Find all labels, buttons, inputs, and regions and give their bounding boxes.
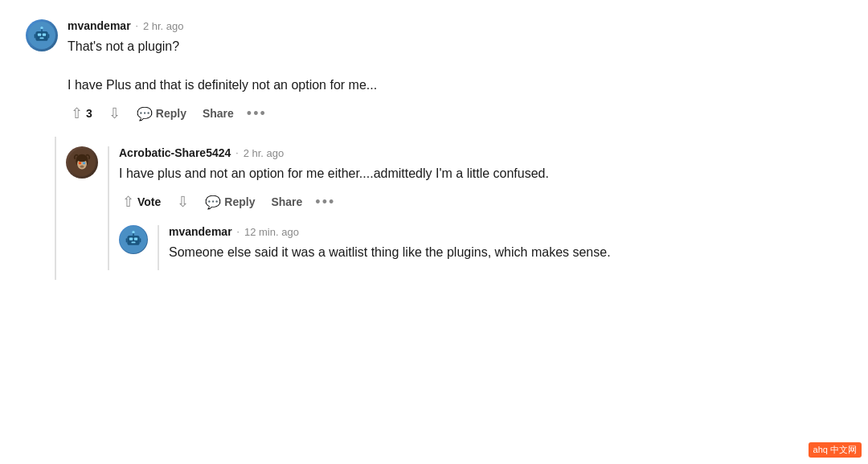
svg-rect-20 [131, 242, 135, 244]
downvote-button[interactable]: ⇩ [105, 103, 124, 124]
comment-header: mvandemar · 12 min. ago [169, 225, 855, 238]
comment-thread: mvandemar · 2 hr. ago That's not a plugi… [0, 13, 868, 286]
svg-rect-4 [39, 38, 43, 39]
nested-comment-body: Acrobatic-Share5424 · 2 hr. ago I have p… [108, 146, 855, 270]
svg-point-6 [40, 27, 43, 29]
svg-rect-8 [48, 34, 50, 38]
username: mvandemar [68, 19, 131, 32]
comment-header: mvandemar · 2 hr. ago [68, 19, 855, 32]
share-label: Share [271, 195, 302, 208]
vote-label: Vote [137, 195, 161, 208]
downvote-button[interactable]: ⇩ [174, 191, 192, 212]
reply-button[interactable]: 💬 Reply [133, 105, 190, 123]
vote-count: 3 [86, 107, 92, 120]
chat-icon: 💬 [205, 195, 221, 210]
upvote-icon: ⇧ [71, 105, 83, 122]
nested-comment-acrobatic: Acrobatic-Share5424 · 2 hr. ago I have p… [56, 137, 855, 280]
more-options-button[interactable]: ••• [315, 194, 335, 211]
svg-rect-7 [35, 34, 36, 38]
share-button[interactable]: Share [268, 194, 305, 210]
svg-rect-3 [43, 33, 46, 35]
comment-actions: ⇧ Vote ⇩ 💬 Reply Share ••• [119, 191, 855, 212]
nested-comments: Acrobatic-Share5424 · 2 hr. ago I have p… [55, 137, 855, 280]
top-level-comment: mvandemar · 2 hr. ago That's not a plugi… [13, 19, 855, 124]
svg-point-15 [76, 155, 88, 162]
chat-icon: 💬 [137, 106, 153, 121]
more-options-button[interactable]: ••• [247, 105, 267, 122]
comment-text: I have plus and not an option for me eit… [119, 164, 855, 183]
share-label: Share [203, 107, 234, 120]
reply-label: Reply [156, 107, 186, 120]
sub-nested-comment: mvandemar · 12 min. ago Someone else sai… [119, 225, 855, 270]
upvote-icon: ⇧ [122, 193, 134, 211]
timestamp: 2 hr. ago [244, 147, 285, 159]
comment-text: Someone else said it was a waitlist thin… [169, 243, 855, 262]
svg-point-14 [80, 165, 84, 167]
downvote-icon: ⇩ [177, 193, 189, 211]
comment-actions: ⇧ 3 ⇩ 💬 Reply Share ••• [68, 103, 855, 124]
avatar [66, 146, 98, 179]
username: mvandemar [169, 225, 232, 238]
timestamp: 2 hr. ago [143, 20, 184, 32]
comment-body: mvandemar · 2 hr. ago That's not a plugi… [68, 19, 855, 124]
timestamp: 12 min. ago [244, 226, 299, 238]
svg-rect-23 [126, 238, 128, 242]
svg-rect-24 [140, 238, 141, 242]
svg-rect-1 [35, 31, 47, 41]
svg-rect-18 [129, 237, 133, 240]
avatar [119, 225, 148, 254]
comment-header: Acrobatic-Share5424 · 2 hr. ago [119, 146, 855, 159]
svg-point-22 [132, 231, 134, 233]
username: Acrobatic-Share5424 [119, 146, 231, 159]
svg-point-13 [83, 162, 85, 164]
svg-rect-2 [38, 33, 41, 35]
upvote-button[interactable]: ⇧ 3 [68, 103, 96, 124]
upvote-button[interactable]: ⇧ Vote [119, 191, 164, 212]
comment-text: That's not a plugin? I have Plus and tha… [68, 37, 855, 95]
downvote-icon: ⇩ [108, 105, 121, 122]
avatar [26, 19, 58, 51]
svg-rect-19 [134, 237, 137, 240]
reply-label: Reply [224, 195, 255, 208]
share-button[interactable]: Share [199, 105, 237, 121]
watermark: ahq 中文网 [809, 442, 862, 458]
svg-rect-17 [127, 236, 139, 245]
reply-button[interactable]: 💬 Reply [202, 193, 258, 211]
sub-nested-body: mvandemar · 12 min. ago Someone else sai… [158, 225, 855, 270]
svg-point-12 [79, 162, 81, 164]
